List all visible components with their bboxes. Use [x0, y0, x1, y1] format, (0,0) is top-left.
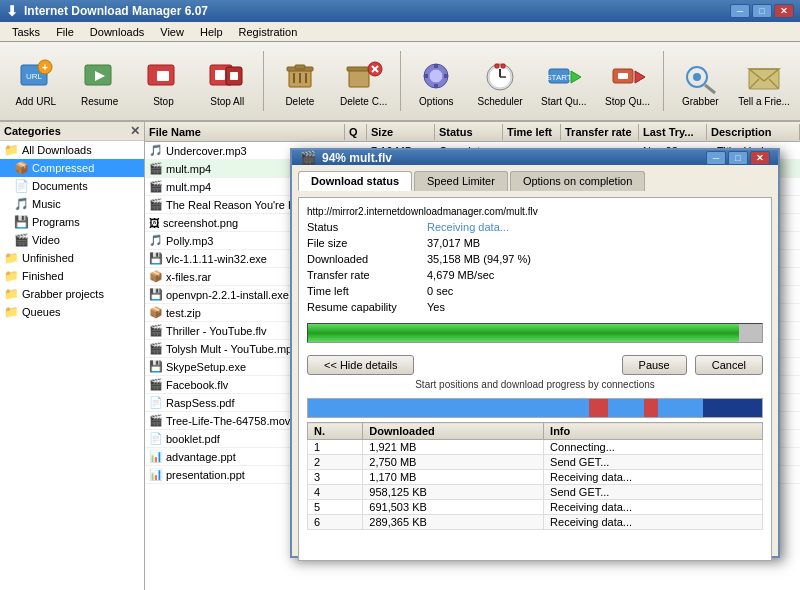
add-url-button[interactable]: + URL Add URL	[6, 51, 66, 112]
svg-point-24	[429, 69, 443, 83]
menu-registration[interactable]: Registration	[231, 24, 306, 40]
dialog-close-button[interactable]: ✕	[750, 151, 770, 165]
sidebar-item-documents[interactable]: 📄 Documents	[0, 177, 144, 195]
cancel-button[interactable]: Cancel	[695, 355, 763, 375]
sidebar-item-programs[interactable]: 💾 Programs	[0, 213, 144, 231]
sidebar-item-unfinished[interactable]: 📁 Unfinished	[0, 249, 144, 267]
stop-all-button[interactable]: Stop All	[197, 51, 257, 112]
add-url-icon: + URL	[16, 56, 56, 96]
stop-button[interactable]: Stop	[134, 51, 194, 112]
maximize-button[interactable]: □	[752, 4, 772, 18]
delete-button[interactable]: Delete	[270, 51, 330, 112]
svg-rect-27	[424, 74, 428, 78]
connections-table-body: 11,921 MBConnecting...22,750 MBSend GET.…	[308, 440, 763, 530]
all-downloads-label: All Downloads	[22, 144, 92, 156]
grabber-projects-label: Grabber projects	[22, 288, 104, 300]
connection-row[interactable]: 22,750 MBSend GET...	[308, 455, 763, 470]
queues-icon: 📁	[4, 305, 19, 319]
timeleft-row: Time left 0 sec	[307, 285, 763, 297]
categories-label: Categories	[4, 125, 61, 137]
filesize-label: File size	[307, 237, 427, 249]
col-size[interactable]: Size	[367, 124, 435, 140]
connections-scrollable[interactable]: N. Downloaded Info 11,921 MBConnecting..…	[307, 422, 763, 552]
menu-view[interactable]: View	[152, 24, 192, 40]
connection-row[interactable]: 4958,125 KBSend GET...	[308, 485, 763, 500]
col-timeleft[interactable]: Time left	[503, 124, 561, 140]
sidebar-close-button[interactable]: ✕	[130, 124, 140, 138]
programs-label: Programs	[32, 216, 80, 228]
dialog-maximize-button[interactable]: □	[728, 151, 748, 165]
start-queue-label: Start Qu...	[541, 96, 587, 107]
connection-row[interactable]: 6289,365 KBReceiving data...	[308, 515, 763, 530]
delete-completed-label: Delete C...	[340, 96, 387, 107]
compressed-label: Compressed	[32, 162, 94, 174]
col-status[interactable]: Status	[435, 124, 503, 140]
resume-value: Yes	[427, 301, 445, 313]
start-queue-button[interactable]: START Start Qu...	[534, 51, 594, 112]
conn-col-n: N.	[308, 423, 363, 440]
sidebar-item-music[interactable]: 🎵 Music	[0, 195, 144, 213]
connections-progress-bar	[307, 398, 763, 418]
col-q[interactable]: Q	[345, 124, 367, 140]
progress-fill	[308, 324, 739, 342]
pause-button[interactable]: Pause	[622, 355, 687, 375]
menu-tasks[interactable]: Tasks	[4, 24, 48, 40]
sidebar-item-finished[interactable]: 📁 Finished	[0, 267, 144, 285]
svg-text:URL: URL	[26, 72, 43, 81]
connection-row[interactable]: 31,170 MBReceiving data...	[308, 470, 763, 485]
resume-button[interactable]: Resume	[70, 51, 130, 112]
scheduler-button[interactable]: Scheduler	[470, 51, 530, 112]
toolbar-sep-3	[663, 51, 664, 111]
dialog-title-text: 94% mult.flv	[322, 151, 706, 165]
grabber-button[interactable]: Grabber	[670, 51, 730, 112]
stop-all-label: Stop All	[210, 96, 244, 107]
app-icon: ⬇	[6, 3, 18, 19]
download-progress-bar	[307, 323, 763, 343]
dialog-buttons: << Hide details Pause Cancel	[307, 355, 763, 375]
connection-row[interactable]: 11,921 MBConnecting...	[308, 440, 763, 455]
svg-rect-19	[347, 67, 371, 71]
svg-rect-14	[295, 65, 305, 69]
tab-speed-limiter[interactable]: Speed Limiter	[414, 171, 508, 191]
close-button[interactable]: ✕	[774, 4, 794, 18]
connection-row[interactable]: 5691,503 KBReceiving data...	[308, 500, 763, 515]
downloaded-value: 35,158 MB (94,97 %)	[427, 253, 531, 265]
menu-help[interactable]: Help	[192, 24, 231, 40]
dialog-title-bar: 🎬 94% mult.flv ─ □ ✕	[292, 150, 778, 165]
sidebar-item-compressed[interactable]: 📦 Compressed	[0, 159, 144, 177]
sidebar-item-grabber-projects[interactable]: 📁 Grabber projects	[0, 285, 144, 303]
conn-seg-3	[481, 399, 554, 417]
dialog-window-controls: ─ □ ✕	[706, 151, 770, 165]
stop-queue-button[interactable]: Stop Qu...	[598, 51, 658, 112]
tab-options-completion[interactable]: Options on completion	[510, 171, 645, 191]
compressed-icon: 📦	[14, 161, 29, 175]
transfer-value: 4,679 MB/sec	[427, 269, 494, 281]
minimize-button[interactable]: ─	[730, 4, 750, 18]
sidebar-item-queues[interactable]: 📁 Queues	[0, 303, 144, 321]
dialog-minimize-button[interactable]: ─	[706, 151, 726, 165]
svg-marker-37	[571, 71, 581, 83]
tab-download-status[interactable]: Download status	[298, 171, 412, 191]
title-bar: ⬇ Internet Download Manager 6.07 ─ □ ✕	[0, 0, 800, 22]
tell-friend-button[interactable]: Tell a Frie...	[734, 51, 794, 112]
download-dialog: 🎬 94% mult.flv ─ □ ✕ Download status Spe…	[290, 148, 780, 558]
sidebar-item-video[interactable]: 🎬 Video	[0, 231, 144, 249]
start-queue-icon: START	[544, 56, 584, 96]
col-transferrate[interactable]: Transfer rate	[561, 124, 639, 140]
video-icon: 🎬	[14, 233, 29, 247]
col-lasttry[interactable]: Last Try...	[639, 124, 707, 140]
col-filename[interactable]: File Name	[145, 124, 345, 140]
menu-downloads[interactable]: Downloads	[82, 24, 152, 40]
sidebar-item-all-downloads[interactable]: 📁 All Downloads	[0, 141, 144, 159]
hide-details-button[interactable]: << Hide details	[307, 355, 414, 375]
col-description[interactable]: Description	[707, 124, 800, 140]
dialog-title-icon: 🎬	[300, 150, 316, 165]
menu-bar: Tasks File Downloads View Help Registrat…	[0, 22, 800, 42]
resume-icon	[80, 56, 120, 96]
menu-file[interactable]: File	[48, 24, 82, 40]
delete-completed-button[interactable]: Delete C...	[334, 51, 394, 112]
filesize-row: File size 37,017 MB	[307, 237, 763, 249]
svg-rect-25	[434, 64, 438, 68]
options-button[interactable]: Options	[406, 51, 466, 112]
app-title: Internet Download Manager 6.07	[24, 4, 730, 18]
